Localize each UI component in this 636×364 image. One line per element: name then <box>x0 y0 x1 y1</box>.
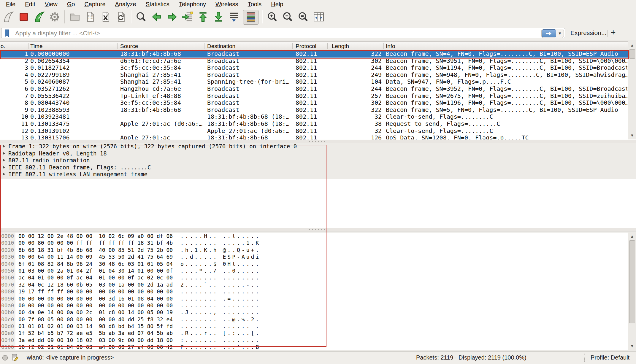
apply-filter-button[interactable] <box>542 29 556 37</box>
packet-row[interactable]: 130.130315706Apple_27:01:ac18:31:bf:4b:8… <box>0 134 628 139</box>
resize-columns-button[interactable] <box>312 10 326 24</box>
auto-scroll-button[interactable] <box>227 10 241 24</box>
menu-item-statistics[interactable]: Statistics <box>141 0 174 8</box>
file-save-button[interactable]: 01011101 <box>83 10 97 24</box>
expression-button[interactable]: Expression... <box>570 29 606 36</box>
packet-row[interactable]: 20.002654354d6:61:fe:cd:7a:6eBroadcast80… <box>0 58 628 65</box>
zoom-out-button[interactable] <box>281 10 295 24</box>
scrollbar-thumb[interactable] <box>629 240 635 323</box>
go-forward-button[interactable] <box>165 10 179 24</box>
capture-restart-button[interactable] <box>32 10 46 24</box>
expand-arrow-icon[interactable] <box>3 152 5 155</box>
menu-item-tools[interactable]: Tools <box>243 0 267 8</box>
packet-bytes-pane[interactable]: 000000 00 12 00 2e 48 00 00 10 02 6c 09 … <box>0 233 628 350</box>
packet-row[interactable]: 100.10392348118:31:bf:4b:8b:68 (18:…802.… <box>0 113 628 120</box>
hex-row[interactable]: 010050 f2 02 01 01 84 00 03 a4 00 00 27 … <box>0 344 628 350</box>
packet-bytes-scrollbar[interactable]: ▲ ▼ <box>628 233 636 350</box>
zoom-reset-button[interactable] <box>296 10 310 24</box>
file-reload-button[interactable] <box>114 10 128 24</box>
column-header-source[interactable]: Source <box>120 43 138 50</box>
go-back-button[interactable] <box>150 10 164 24</box>
packet-row[interactable]: 30.0118271423c:f5:cc:0e:35:84Broadcast80… <box>0 64 628 71</box>
hex-row[interactable]: 007032 04 0c 12 18 60 0b 05 03 00 1a 00 … <box>0 281 628 288</box>
column-header-info[interactable]: Info <box>386 43 627 50</box>
packet-list-scrollbar[interactable]: ▲ ▼ <box>628 42 636 139</box>
scroll-down-icon[interactable]: ▼ <box>628 343 636 349</box>
column-header-no[interactable]: No. <box>0 43 5 50</box>
packet-row[interactable]: 10.00000000018:31:bf:4b:8b:68Broadcast80… <box>0 50 628 58</box>
expand-arrow-icon[interactable] <box>3 145 5 148</box>
column-header-time[interactable]: Time <box>30 43 43 50</box>
capture-start-button[interactable] <box>1 10 15 24</box>
scrollbar-thumb[interactable] <box>629 49 635 59</box>
menu-item-edit[interactable]: Edit <box>20 0 40 8</box>
file-open-button[interactable] <box>68 10 82 24</box>
column-separator[interactable] <box>117 43 118 49</box>
menu-item-view[interactable]: View <box>40 0 62 8</box>
scroll-up-icon[interactable]: ▲ <box>628 42 636 49</box>
hex-row[interactable]: 008019 17 ff ff ff 00 00 00 00 00 00 00 … <box>0 288 628 295</box>
packet-row[interactable]: 80.0804437403e:f5:cc:0e:35:84Broadcast80… <box>0 99 628 107</box>
bookmark-icon[interactable] <box>4 29 9 39</box>
hex-row[interactable]: 005001 03 00 00 2a 01 04 2f 01 04 30 14 … <box>0 267 628 274</box>
filter-history-caret-icon[interactable]: ▼ <box>556 31 564 36</box>
menu-item-help[interactable]: Help <box>266 0 288 8</box>
column-separator[interactable] <box>204 43 204 49</box>
expert-info-icon[interactable] <box>2 355 8 363</box>
packet-row[interactable]: 40.022799189Shanghai_27:85:41Broadcast80… <box>0 71 628 79</box>
menu-item-go[interactable]: Go <box>62 0 80 8</box>
zoom-in-button[interactable] <box>266 10 279 24</box>
hex-row[interactable]: 00a000 00 00 00 00 00 00 00 00 00 00 00 … <box>0 302 628 309</box>
expand-arrow-icon[interactable] <box>3 159 5 162</box>
hex-row[interactable]: 009000 00 00 00 00 00 00 00 00 3d 16 01 … <box>0 295 628 302</box>
packet-row[interactable]: 50.024060087Shanghai_27:85:41Spanning-tr… <box>0 78 628 85</box>
scroll-down-icon[interactable]: ▼ <box>628 132 636 139</box>
menu-item-telephony[interactable]: Telephony <box>174 0 211 8</box>
menu-item-analyze[interactable]: Analyze <box>110 0 141 8</box>
find-packet-button[interactable] <box>134 10 148 24</box>
file-close-button[interactable] <box>99 10 112 24</box>
hex-row[interactable]: 00e01f 52 b4 b5 b7 72 ae e5 5b ab 3a ed … <box>0 330 628 336</box>
hex-row[interactable]: 00f03a ed dd 09 00 10 18 02 03 00 9c 00 … <box>0 337 628 344</box>
go-to-packet-button[interactable] <box>181 10 194 24</box>
detail-line[interactable]: IEEE 802.11 wireless LAN management fram… <box>0 171 636 178</box>
column-separator[interactable] <box>383 43 384 49</box>
column-header-protocol[interactable]: Protocol <box>296 43 316 50</box>
detail-line[interactable]: IEEE 802.11 Beacon frame, Flags: .......… <box>0 164 636 171</box>
packet-row[interactable]: 60.035271262Hangzhou_cd:7a:6eBroadcast80… <box>0 85 628 93</box>
menu-item-file[interactable]: File <box>1 0 20 8</box>
packet-list[interactable]: 10.00000000018:31:bf:4b:8b:68Broadcast80… <box>0 50 628 139</box>
column-separator[interactable] <box>292 43 293 49</box>
capture-stop-button[interactable] <box>17 10 31 24</box>
hex-row[interactable]: 00d001 01 01 02 01 00 03 14 98 d8 bd b4 … <box>0 323 628 330</box>
go-first-button[interactable] <box>196 10 210 24</box>
pane-splitter-bottom[interactable] <box>0 228 636 231</box>
column-separator[interactable] <box>327 43 328 49</box>
detail-line[interactable]: 802.11 radio information <box>0 157 636 164</box>
column-header-destination[interactable]: Destination <box>207 43 235 50</box>
pane-splitter-top[interactable] <box>0 139 636 143</box>
hex-row[interactable]: 003000 00 64 00 11 14 00 09 45 53 50 2d … <box>0 253 628 260</box>
packet-row[interactable]: 90.10238859318:31:bf:4b:8b:68Broadcast80… <box>0 107 628 114</box>
menu-item-capture[interactable]: Capture <box>80 0 110 8</box>
capture-options-button[interactable] <box>48 10 61 24</box>
packet-row[interactable]: 70.055536422Tp-LinkT_ef:48:88Broadcast80… <box>0 93 628 100</box>
packet-row[interactable]: 110.130133475Apple_27:01:ac (d0:a6:…18:3… <box>0 120 628 128</box>
scroll-up-icon[interactable]: ▲ <box>628 233 636 240</box>
hex-row[interactable]: 0060ac 04 01 00 00 0f ac 04 01 00 00 0f … <box>0 274 628 281</box>
profile-selector[interactable]: Profile: Default <box>591 354 629 361</box>
add-filter-button[interactable]: + <box>611 28 616 37</box>
packet-details-pane[interactable]: Frame 1: 322 bytes on wire (2576 bits), … <box>0 143 636 228</box>
hex-row[interactable]: 00c000 7f 08 05 00 08 00 00 00 00 40 dd … <box>0 316 628 323</box>
packet-row[interactable]: 120.130139102Apple_27:01:ac (d0:a6:…802.… <box>0 128 628 135</box>
expand-arrow-icon[interactable] <box>3 173 5 176</box>
hex-row[interactable]: 001000 00 80 00 00 00 ff ff ff ff ff ff … <box>0 239 628 246</box>
capture-comment-icon[interactable] <box>11 354 18 363</box>
column-header-length[interactable]: Length <box>332 43 349 50</box>
column-separator[interactable] <box>28 43 28 49</box>
hex-row[interactable]: 00208b 68 18 31 bf 4b 8b 68 40 00 85 51 … <box>0 247 628 253</box>
colorize-button[interactable] <box>243 10 258 25</box>
detail-line[interactable]: Frame 1: 322 bytes on wire (2576 bits), … <box>0 143 636 150</box>
menu-item-wireless[interactable]: Wireless <box>211 0 243 8</box>
go-last-button[interactable] <box>212 10 225 24</box>
